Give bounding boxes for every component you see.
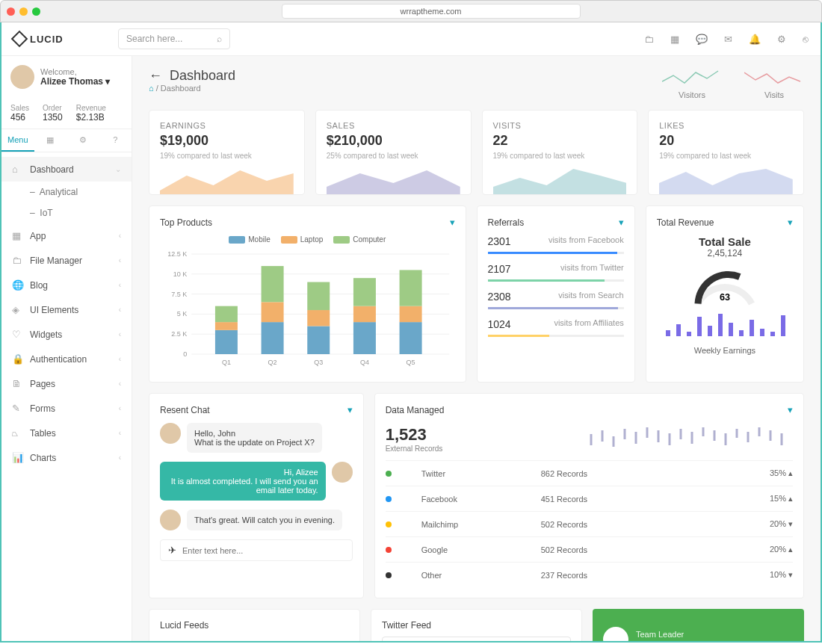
logo[interactable]: LUCID: [13, 33, 118, 45]
data-row: Mailchimp 502 Records 20% ▾: [386, 511, 793, 536]
window-controls[interactable]: [7, 7, 40, 16]
svg-rect-43: [770, 332, 775, 336]
sidebar-item-ui-elements[interactable]: ◈UI Elements‹: [1, 297, 132, 322]
chat-card: Resent Chat ▾ Hello, JohnWhat is the upd…: [149, 393, 364, 598]
card-menu-icon[interactable]: ▾: [450, 217, 455, 228]
svg-text:Q1: Q1: [222, 359, 231, 366]
referrals-card: Referrals ▾ 2301visits from Facebook 210…: [477, 205, 635, 383]
tab-help-icon[interactable]: ?: [99, 129, 132, 152]
team-leader-card[interactable]: Team Leader Maryam Amiri: [593, 609, 804, 641]
search-input[interactable]: Search here... ⌕: [118, 28, 230, 49]
sidebar-item-authentication[interactable]: 🔒Authentication‹: [1, 347, 132, 371]
folder-icon[interactable]: 🗀: [644, 34, 654, 45]
heart-icon: ♡: [12, 329, 22, 340]
svg-text:2.5 K: 2.5 K: [171, 330, 187, 338]
avatar: [332, 462, 353, 483]
home-icon: ⌂: [12, 164, 22, 175]
search-icon: ⌕: [217, 34, 222, 44]
chat-input[interactable]: ✈: [160, 539, 353, 561]
sidebar-item-charts[interactable]: 📊Charts‹: [1, 445, 132, 470]
pencil-icon: ✎: [12, 403, 22, 414]
data-row: Twitter 862 Records 35% ▴: [386, 460, 793, 486]
avatar: [160, 510, 181, 530]
user-name[interactable]: Alizee Thomas ▾: [40, 76, 110, 87]
lock-icon: 🔒: [12, 353, 22, 365]
avatar: [603, 627, 628, 641]
sidebar-item-blog[interactable]: 🌐Blog‹: [1, 273, 132, 297]
logo-icon: [11, 31, 28, 48]
data-row: Facebook 451 Records 15% ▴: [386, 486, 793, 511]
svg-rect-40: [739, 330, 744, 336]
tweet-input[interactable]: Enter here for tweet: [382, 637, 571, 641]
bell-icon[interactable]: 🔔: [749, 34, 761, 45]
svg-rect-20: [307, 326, 330, 354]
referral-item: 2107visits from Twitter: [488, 263, 624, 282]
svg-rect-39: [729, 323, 733, 336]
chat-icon[interactable]: 💬: [696, 34, 708, 45]
svg-rect-18: [262, 266, 284, 302]
svg-rect-17: [262, 302, 284, 322]
twitter-feed-card: Twitter Feed Enter here for tweet: [371, 609, 582, 641]
kpi-sales: SALES $210,000 25% compared to last week: [315, 110, 472, 195]
breadcrumb[interactable]: ⌂ / Dashboard: [149, 84, 235, 93]
svg-rect-16: [262, 322, 284, 354]
svg-rect-38: [718, 314, 723, 336]
svg-text:Q3: Q3: [314, 359, 323, 366]
tab-menu[interactable]: Menu: [1, 129, 34, 152]
lucid-feeds-card: Lucid Feeds: [149, 609, 360, 641]
svg-rect-12: [215, 330, 238, 354]
kpi-visits: VISITS 22 19% compared to last week: [482, 110, 638, 195]
referral-item: 1024visits from Affiliates: [488, 318, 624, 337]
kpi-likes: LIKES 20 19% compared to last week: [648, 110, 804, 195]
send-icon[interactable]: ✈: [168, 545, 176, 556]
card-menu-icon[interactable]: ▾: [788, 217, 793, 228]
svg-rect-13: [215, 322, 238, 330]
globe-icon: 🌐: [12, 279, 22, 291]
sidebar-item-analytical[interactable]: – Analytical: [1, 182, 132, 202]
back-icon[interactable]: ←: [149, 68, 162, 84]
grid-icon: ▦: [12, 230, 22, 241]
folder-icon: 🗀: [12, 255, 22, 266]
tag-icon: ⏢: [12, 427, 22, 439]
settings-icon[interactable]: ⚙: [777, 34, 786, 45]
svg-rect-34: [676, 324, 681, 336]
avatar[interactable]: [10, 65, 34, 89]
svg-text:63: 63: [720, 292, 730, 303]
svg-rect-14: [215, 306, 238, 322]
calendar-icon[interactable]: ▦: [670, 34, 679, 45]
card-menu-icon[interactable]: ▾: [347, 404, 353, 415]
svg-rect-30: [400, 270, 422, 306]
referral-item: 2301visits from Facebook: [488, 235, 624, 254]
welcome-label: Welcome,: [40, 67, 110, 76]
avatar: [160, 423, 181, 444]
sidebar-item-app[interactable]: ▦App‹: [1, 223, 132, 248]
data-managed-card: Data Managed ▾ 1,523 External Records: [374, 393, 804, 598]
tab-gear-icon[interactable]: ⚙: [67, 129, 99, 152]
sidebar-item-forms[interactable]: ✎Forms‹: [1, 396, 132, 421]
svg-text:0: 0: [183, 350, 187, 358]
mail-icon[interactable]: ✉: [724, 34, 732, 45]
sidebar-item-tables[interactable]: ⏢Tables‹: [1, 421, 132, 445]
svg-rect-21: [307, 310, 330, 326]
diamond-icon: ◈: [12, 304, 22, 315]
url-bar[interactable]: wrraptheme.com: [282, 4, 581, 19]
logout-icon[interactable]: ⎋: [803, 34, 809, 45]
sidebar-item-dashboard[interactable]: ⌂Dashboard⌄: [1, 157, 132, 182]
sidebar-item-widgets[interactable]: ♡Widgets‹: [1, 322, 132, 347]
svg-rect-35: [687, 332, 691, 336]
svg-rect-28: [400, 322, 422, 354]
svg-text:10 K: 10 K: [173, 270, 188, 278]
sidebar-item-file-manager[interactable]: 🗀File Manager‹: [1, 248, 132, 273]
svg-text:5 K: 5 K: [177, 310, 188, 318]
tab-grid-icon[interactable]: ▦: [34, 129, 67, 152]
sidebar-item-pages[interactable]: 🗎Pages‹: [1, 371, 132, 396]
sidebar-item-iot[interactable]: – IoT: [1, 202, 132, 223]
chevron-down-icon: ⌄: [115, 165, 121, 173]
quick-stats: Sales456 Order1350 Revenue$2.13B: [1, 98, 132, 129]
svg-text:Q2: Q2: [268, 359, 277, 366]
svg-rect-44: [781, 315, 785, 336]
card-menu-icon[interactable]: ▾: [619, 217, 624, 228]
svg-rect-29: [400, 306, 422, 322]
card-menu-icon[interactable]: ▾: [788, 404, 793, 415]
svg-rect-33: [666, 330, 670, 336]
